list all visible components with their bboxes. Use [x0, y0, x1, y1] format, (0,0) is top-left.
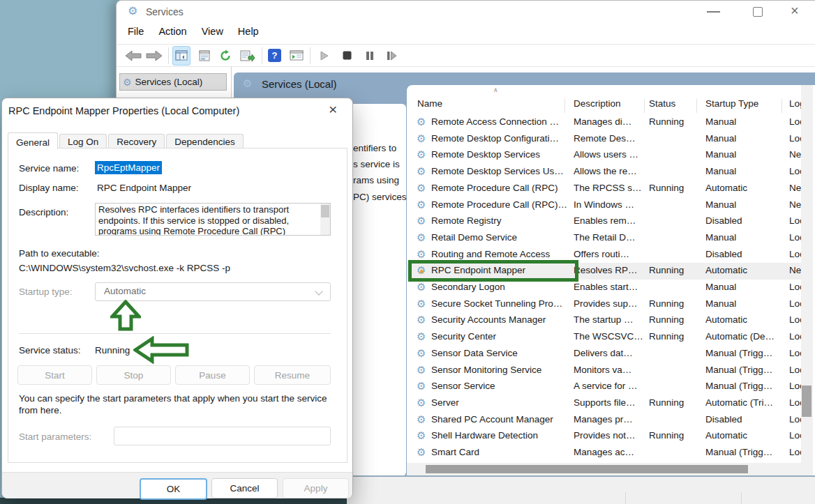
display-name-label: Display name: — [19, 183, 79, 193]
service-status: Running — [649, 397, 684, 408]
close-button[interactable]: × — [791, 3, 799, 19]
window-titlebar[interactable]: ⚙ Services × — [117, 1, 815, 23]
table-row[interactable]: ⚙Secondary LogonEnables start…ManualLoc — [407, 280, 803, 296]
table-row[interactable]: ⚙Remote Desktop ServicesAllows users …Ma… — [407, 147, 803, 164]
tab-recovery[interactable]: Recovery — [108, 134, 165, 148]
service-startup-type: Manual — [705, 149, 736, 160]
column-header-status[interactable]: Status — [649, 98, 675, 109]
start-button[interactable]: Start — [17, 365, 92, 385]
cancel-button[interactable]: Cancel — [211, 478, 278, 498]
service-gear-icon: ⚙ — [417, 414, 426, 425]
refresh-icon[interactable] — [217, 47, 234, 65]
service-name: Routing and Remote Access — [431, 249, 550, 259]
back-icon[interactable] — [123, 47, 144, 65]
table-row[interactable]: ⚙Remote Procedure Call (RPC)…In Windows … — [407, 197, 803, 214]
table-row[interactable]: ⚙Secure Socket Tunneling Pro…Provides su… — [407, 296, 803, 313]
service-description: The startup … — [574, 314, 634, 325]
description-textbox[interactable]: Resolves RPC interfaces identifiers to t… — [95, 203, 331, 236]
export-list-icon[interactable] — [238, 47, 257, 65]
menu-help[interactable]: Help — [237, 24, 260, 39]
show-console-tree-icon[interactable] — [172, 46, 190, 66]
services-rows: ⚙Remote Access Connection …Manages di…Ru… — [407, 114, 803, 461]
column-header-startup-type[interactable]: Startup Type — [705, 98, 758, 109]
service-name: Sensor Monitoring Service — [431, 365, 541, 375]
resume-service-icon[interactable] — [384, 47, 399, 65]
pause-service-icon[interactable] — [364, 47, 376, 65]
menu-file[interactable]: File — [126, 24, 145, 39]
service-startup-type: Automatic — [705, 183, 747, 193]
display-name-value: RPC Endpoint Mapper — [97, 183, 191, 193]
minimize-button[interactable] — [707, 11, 720, 13]
services-node-icon: ⚙ — [123, 77, 132, 87]
startup-type-dropdown[interactable]: Automatic — [95, 282, 331, 301]
ok-button[interactable]: OK — [140, 478, 207, 500]
service-startup-type: Automatic (Tri… — [705, 397, 773, 408]
service-name: Retail Demo Service — [431, 232, 517, 243]
table-row[interactable]: ⚙ServerSupports file…RunningAutomatic (T… — [407, 395, 803, 412]
forward-icon[interactable] — [144, 47, 165, 65]
service-gear-icon: ⚙ — [417, 430, 426, 441]
horizontal-scrollbar[interactable] — [407, 463, 801, 475]
dialog-close-icon[interactable]: × — [329, 101, 337, 118]
service-gear-icon: ⚙ — [417, 381, 426, 391]
dialog-separator — [19, 333, 331, 334]
table-row[interactable]: ⚙Remote Procedure Call (RPC)The RPCSS s…… — [407, 181, 803, 197]
service-description: In Windows … — [574, 199, 634, 210]
table-row[interactable]: ⚙Smart CardManages ac…Manual (Trigg…Loc — [407, 445, 803, 461]
table-row[interactable]: ⚙Remote Desktop Services Us…Allows the r… — [407, 164, 803, 181]
table-row[interactable]: ⚙Remote RegistryEnables rem…DisabledLoc — [407, 213, 803, 230]
service-name: Smart Card — [431, 447, 479, 457]
table-row[interactable]: ⚙Retail Demo ServiceThe Retail D…ManualL… — [407, 230, 803, 247]
vertical-scrollbar-thumb[interactable] — [802, 385, 812, 417]
service-gear-icon: ⚙ — [417, 116, 426, 127]
tab-log-on[interactable]: Log On — [59, 134, 107, 148]
tab-general[interactable]: General — [8, 132, 58, 149]
vertical-scrollbar[interactable] — [801, 85, 813, 475]
table-row[interactable]: ⚙Routing and Remote AccessOffers routi…D… — [407, 247, 803, 264]
service-name: Security Center — [431, 331, 496, 342]
table-row[interactable]: ⚙Sensor Data ServiceDelivers dat…Manual … — [407, 346, 803, 362]
service-description: Offers routi… — [574, 249, 629, 259]
show-extended-pane-icon[interactable] — [287, 47, 306, 65]
apply-button[interactable]: Apply — [283, 478, 349, 498]
table-row[interactable]: ⚙Sensor Monitoring ServiceMonitors va…Ma… — [407, 362, 803, 379]
menu-action[interactable]: Action — [157, 24, 188, 39]
maximize-button[interactable] — [753, 7, 763, 17]
table-row[interactable]: ⚙Security CenterThe WSCSVC…RunningAutoma… — [407, 329, 803, 346]
table-row[interactable]: ⚙RPC Endpoint MapperResolves RP…RunningA… — [407, 263, 803, 280]
service-startup-type: Automatic — [705, 430, 747, 441]
stop-button[interactable]: Stop — [96, 365, 171, 385]
table-row[interactable]: ⚙Security Accounts ManagerThe startup …R… — [407, 312, 803, 329]
table-row[interactable]: ⚙Remote Desktop Configurati…Remote Des…M… — [407, 131, 803, 148]
service-description: Manages ac… — [574, 447, 634, 457]
service-name: Remote Procedure Call (RPC)… — [431, 199, 567, 210]
table-row[interactable]: ⚙Shared PC Account ManagerManages pr…Dis… — [407, 412, 803, 429]
properties-icon[interactable] — [196, 47, 213, 65]
service-name: Sensor Data Service — [431, 348, 518, 358]
service-startup-type: Manual — [705, 116, 736, 127]
horizontal-scrollbar-thumb[interactable] — [426, 465, 748, 473]
service-description: The WSCSVC… — [574, 331, 643, 342]
description-scrollbar[interactable] — [320, 204, 330, 235]
tree-item-services-local[interactable]: ⚙ Services (Local) — [119, 73, 227, 91]
description-text: Resolves RPC interfaces identifiers to t… — [96, 204, 330, 236]
menu-view[interactable]: View — [200, 24, 225, 39]
table-row[interactable]: ⚙Sensor ServiceA service for …Manual (Tr… — [407, 379, 803, 395]
stop-service-icon[interactable] — [341, 47, 354, 65]
service-log-on-as: Ne — [789, 199, 801, 210]
tab-dependencies[interactable]: Dependencies — [166, 134, 243, 148]
column-header-name[interactable]: Name — [417, 98, 442, 109]
column-header-description[interactable]: Description — [574, 98, 621, 109]
service-description: Enables rem… — [574, 215, 636, 226]
help-icon[interactable]: ? — [266, 47, 283, 65]
start-parameters-input[interactable] — [114, 427, 331, 445]
resume-button[interactable]: Resume — [254, 365, 331, 385]
start-service-icon[interactable] — [318, 47, 331, 65]
service-name-value[interactable]: RpcEptMapper — [95, 161, 162, 174]
table-row[interactable]: ⚙Remote Access Connection …Manages di…Ru… — [407, 114, 803, 131]
pause-button[interactable]: Pause — [175, 365, 250, 385]
service-gear-icon: ⚙ — [417, 215, 426, 226]
table-row[interactable]: ⚙Shell Hardware DetectionProvides not…Ru… — [407, 428, 803, 445]
service-name: Remote Desktop Services — [431, 149, 540, 160]
path-to-executable-value: C:\WINDOWS\system32\svchost.exe -k RPCSS… — [19, 263, 230, 273]
